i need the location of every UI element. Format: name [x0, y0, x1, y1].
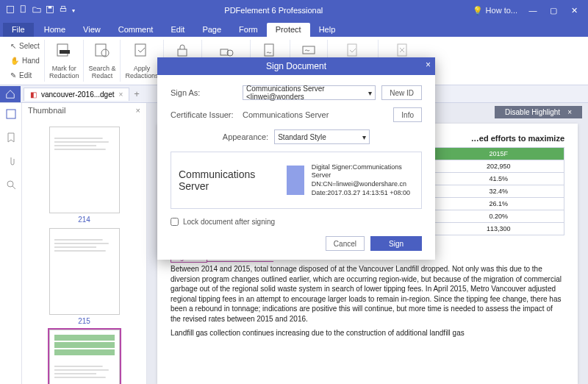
menu-home[interactable]: Home	[35, 23, 74, 37]
signature-preview: Communications Server Digital Signer:Com…	[171, 152, 422, 209]
ribbon-select-label: Select	[19, 42, 40, 50]
preview-signer-name: Communications Server	[179, 168, 279, 192]
sign-as-value: Communications Server <linwei@wonders	[246, 85, 368, 101]
chevron-down-icon: ▾	[368, 89, 372, 97]
cancel-button[interactable]: Cancel	[326, 236, 365, 251]
svg-rect-8	[96, 44, 106, 56]
howto-label: How to...	[486, 6, 517, 15]
new-doc-icon[interactable]	[19, 5, 28, 15]
new-id-button[interactable]: New ID	[381, 85, 422, 100]
lock-checkbox-input[interactable]	[171, 218, 179, 226]
title-bar: ▾ PDFelement 6 Professional 💡 How to... …	[0, 0, 588, 21]
menu-file[interactable]: File	[3, 23, 34, 37]
menu-form[interactable]: Form	[230, 23, 267, 37]
lock-gear-icon	[218, 41, 234, 59]
menu-comment[interactable]: Comment	[110, 23, 162, 37]
info-button[interactable]: Info	[393, 107, 422, 122]
lock-checkbox-label: Lock document after signing	[183, 218, 275, 226]
menu-page[interactable]: Page	[193, 23, 230, 37]
menu-help[interactable]: Help	[310, 23, 345, 37]
quick-launch: ▾	[6, 5, 75, 15]
svg-rect-4	[60, 9, 66, 12]
ribbon-select[interactable]: ↖Select	[10, 41, 40, 51]
sign-as-label: Sign As:	[171, 88, 237, 97]
preview-meta-line: Date:2017.03.27 14:13:51 +08:00	[312, 189, 414, 198]
dialog-title: Sign Document	[266, 61, 326, 71]
svg-rect-5	[62, 7, 65, 9]
search-redact-icon	[94, 41, 110, 59]
howto-link[interactable]: 💡 How to...	[473, 6, 517, 15]
app-title: PDFelement 6 Professional	[75, 6, 473, 15]
issuer-label: Certificate Issuer:	[171, 110, 237, 119]
close-button[interactable]: ✕	[566, 6, 582, 15]
svg-rect-12	[220, 49, 228, 55]
svg-rect-3	[49, 7, 52, 9]
svg-rect-14	[265, 44, 273, 56]
chevron-down-icon: ▾	[362, 133, 366, 141]
sign-button[interactable]: Sign	[370, 236, 422, 251]
lock-after-signing-checkbox[interactable]: Lock document after signing	[171, 218, 422, 226]
svg-rect-10	[135, 44, 146, 56]
folder-icon[interactable]	[32, 5, 41, 15]
menu-edit[interactable]: Edit	[162, 23, 193, 37]
save-icon[interactable]	[46, 5, 54, 15]
place-sig-icon	[301, 41, 317, 59]
dialog-titlebar: Sign Document ×	[157, 57, 435, 75]
svg-rect-1	[21, 6, 25, 13]
sign-as-select[interactable]: Communications Server <linwei@wonders▾	[243, 85, 376, 100]
issuer-value: Communications Server	[243, 110, 387, 119]
appearance-label: Appearance:	[223, 132, 268, 141]
preview-graphic-icon	[287, 166, 304, 195]
redact-mark-icon	[56, 41, 72, 59]
sign-doc-icon	[262, 41, 278, 59]
svg-rect-0	[7, 7, 14, 13]
svg-rect-11	[178, 49, 187, 56]
sign-document-dialog: Sign Document × Sign As: Communications …	[157, 57, 435, 260]
preview-meta-line: Digital Signer:Communications Server	[312, 163, 414, 180]
validate-icon	[345, 41, 361, 59]
menu-bar: File Home View Comment Edit Page Form Pr…	[0, 21, 588, 37]
appearance-select[interactable]: Standard Style▾	[274, 129, 370, 144]
print-icon[interactable]	[59, 5, 68, 15]
menu-protect[interactable]: Protect	[267, 23, 310, 37]
dialog-close-icon[interactable]: ×	[426, 60, 431, 70]
clear-sig-icon	[395, 41, 411, 59]
preview-meta-line: DN:CN=linwei@wondershare.cn	[312, 180, 414, 189]
app-logo-icon	[6, 5, 15, 15]
svg-rect-7	[60, 50, 70, 54]
bulb-icon: 💡	[473, 6, 483, 15]
cursor-arrow-icon: ↖	[10, 42, 16, 50]
maximize-button[interactable]: ▢	[545, 6, 562, 15]
appearance-value: Standard Style	[278, 133, 326, 141]
modal-layer: Sign Document × Sign As: Communications …	[0, 57, 588, 384]
lock-icon	[174, 41, 190, 59]
menu-view[interactable]: View	[74, 23, 110, 37]
apply-redact-icon	[134, 41, 150, 59]
svg-rect-16	[348, 44, 356, 56]
svg-rect-15	[303, 46, 315, 54]
minimize-button[interactable]: —	[525, 6, 541, 15]
